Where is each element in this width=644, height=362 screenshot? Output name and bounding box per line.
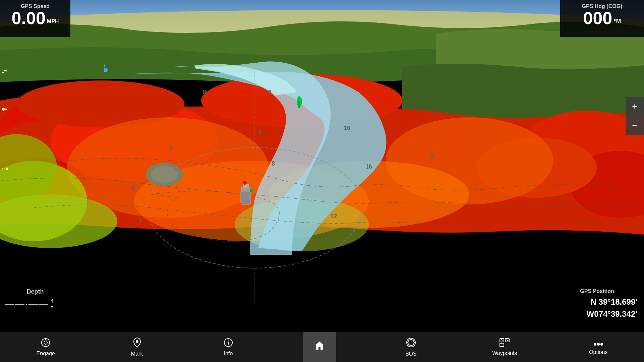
svg-point-52 (600, 343, 603, 346)
depth-label-1b: 1 (139, 217, 142, 224)
scale-indicator-1m: 1ᵐ (2, 69, 7, 74)
svg-text:i: i (228, 340, 229, 346)
depth-label-8b: 8 (268, 89, 272, 96)
depth-label: Depth (5, 288, 65, 295)
scale-indicator-m: - m (2, 166, 8, 171)
sos-label: SOS (405, 351, 417, 357)
info-label: Info (224, 351, 233, 357)
gps-position-panel: GPS Position N 39°18.699' W074°39.342' (550, 285, 644, 332)
svg-rect-23 (241, 187, 250, 192)
gps-speed-panel: GPS Speed 0.00 MPH (0, 0, 70, 37)
gps-speed-unit: MPH (47, 19, 59, 24)
svg-rect-28 (298, 101, 300, 108)
nav-info[interactable]: i Info (212, 332, 245, 362)
options-icon (593, 339, 604, 348)
svg-rect-45 (500, 343, 504, 347)
nav-sos[interactable]: SOS (394, 332, 428, 362)
depth-label-8a: 8 (272, 160, 275, 167)
nav-mark[interactable]: Mark (120, 332, 154, 362)
depth-label-01m: .1ᵐ (131, 184, 138, 190)
mark-icon (132, 337, 142, 350)
zoom-in-button[interactable]: + (626, 97, 644, 116)
options-label: Options (589, 349, 607, 355)
engage-icon (41, 338, 51, 349)
svg-line-48 (506, 340, 509, 341)
gps-hdg-unit: °M (613, 18, 621, 24)
sos-icon (406, 337, 416, 350)
nautical-chart[interactable] (0, 0, 644, 332)
depth-label-12: 12 (330, 213, 337, 220)
waypoints-label: Waypoints (492, 350, 517, 356)
svg-rect-22 (241, 191, 251, 204)
svg-line-47 (501, 340, 503, 340)
zoom-out-button[interactable]: − (626, 116, 644, 135)
nav-options[interactable]: Options (582, 332, 615, 362)
svg-point-51 (597, 343, 600, 346)
svg-point-20 (151, 166, 178, 183)
gps-hdg-panel: GPS Hdg (COG) 000 °M (560, 0, 644, 37)
depth-unit-top: f (51, 298, 53, 304)
svg-point-25 (243, 181, 247, 185)
waypoints-icon (499, 338, 510, 349)
gps-longitude: W074°39.342' (557, 308, 637, 320)
map-container[interactable]: 9 16 8 16 12 1 1 2 8 8 .1ᵐ 1ᵐ 5ᵐ - m (0, 0, 644, 332)
gps-position-label: GPS Position (557, 288, 637, 294)
svg-rect-26 (250, 189, 253, 192)
nav-waypoints[interactable]: Waypoints (485, 332, 524, 362)
mark-label: Mark (131, 351, 143, 357)
zoom-controls: + − (626, 97, 644, 135)
svg-point-32 (44, 341, 47, 344)
gps-hdg-value: 000 (583, 9, 612, 27)
svg-rect-43 (500, 339, 504, 342)
svg-point-34 (136, 340, 138, 343)
svg-point-50 (594, 343, 596, 346)
depth-label-9: 9 (258, 129, 261, 136)
nav-engage[interactable]: Engage (29, 332, 62, 362)
depth-label-16a: 16 (344, 125, 350, 132)
depth-unit-bottom: t (51, 304, 53, 311)
depth-value: ——·—— (5, 299, 49, 310)
nav-home[interactable] (303, 332, 336, 362)
home-icon (314, 341, 325, 352)
depth-label-16b: 16 (365, 163, 372, 170)
nav-bar: Engage Mark i Info (0, 332, 644, 362)
depth-label-2: 2 (431, 152, 434, 159)
depth-label-1a: 1 (169, 143, 173, 150)
gps-latitude: N 39°18.699' (557, 296, 637, 308)
gps-speed-value: 0.00 (12, 9, 46, 27)
depth-panel: Depth ——·—— f t (0, 285, 70, 332)
depth-label-8c: 8 (203, 89, 206, 96)
scale-indicator-5m: 5ᵐ (2, 107, 7, 112)
info-icon: i (223, 338, 233, 349)
engage-label: Engage (37, 351, 55, 357)
svg-point-38 (408, 340, 414, 346)
